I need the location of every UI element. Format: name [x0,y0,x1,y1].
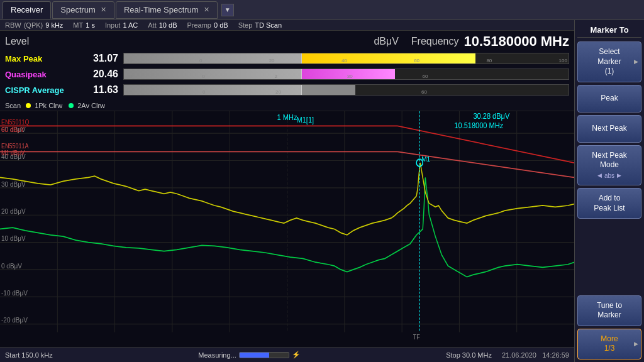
maxpeak-row: Max Peak 31.07 -20020406080100 [5,51,569,66]
left-panel: RBW (QPK) 9 kHz MT 1 s Input 1 AC Att 10… [0,20,575,362]
tune-to-marker-button[interactable]: Tune to Marker [577,295,641,326]
measuring-section: Measuring... ⚡ [198,351,301,359]
mt-value: 1 s [86,21,95,29]
rbw-mode: (QPK) [24,21,43,29]
maxpeak-bar: -20020406080100 [123,53,569,64]
spectrum-chart: 60 dBμV 40 dBμV 30 dBμV 20 dBμV 10 dBμV … [0,111,574,347]
legend-1pk-dot [26,103,31,108]
right-panel: Marker To Select Marker (1) Peak Next Pe… [575,20,644,362]
level-unit: dBμV [374,36,398,47]
tab-spectrum[interactable]: Spectrum ✕ [52,1,114,19]
svg-text:TF: TF [413,334,420,341]
more-button[interactable]: More 1/3 [577,329,641,359]
tab-spectrum-close[interactable]: ✕ [101,6,106,14]
legend-2av: 2Av Clrw [69,102,105,109]
chart-container: 60 dBμV 40 dBμV 30 dBμV 20 dBμV 10 dBμV … [0,111,574,347]
wlan-icon: ⚡ [292,351,301,359]
tab-realtime-close[interactable]: ✕ [204,6,209,14]
step-value: TD Scan [255,21,282,29]
cispr-row: CISPR Average 11.63 -2002060 [5,82,569,97]
measuring-label: Measuring... [198,351,236,359]
freq-label: Frequency [411,36,459,47]
select-marker-button[interactable]: Select Marker (1) [577,41,641,82]
svg-text:M1: M1 [421,155,430,163]
svg-text:-10 dBμV: -10 dBμV [1,288,28,297]
datetime: 21.06.2020 14:26:59 [502,351,569,359]
cispr-bar: -2002060 [123,84,569,96]
progress-fill [240,353,269,358]
input-label: Input [105,21,120,29]
progress-bar [239,352,289,358]
step-label: Step [238,21,253,29]
start-freq: Start 150.0 kHz [5,351,53,359]
quasipeak-name: Quasipeak [5,70,80,79]
next-peak-button[interactable]: Next Peak [577,115,641,143]
info-bar: RBW (QPK) 9 kHz MT 1 s Input 1 AC Att 10… [0,20,574,31]
quasipeak-row: Quasipeak 20.46 -20023060 [5,67,569,82]
tab-receiver[interactable]: Receiver [3,1,51,19]
status-bar: Start 150.0 kHz Measuring... ⚡ Stop 30.0… [0,347,574,362]
svg-text:EN55011A: EN55011A [1,142,29,150]
att-label: Att [148,21,156,29]
quasipeak-value: 20.46 [80,69,118,80]
svg-text:-20 dBμV: -20 dBμV [1,316,28,324]
scan-label: Scan [5,102,21,109]
svg-text:30.28 dBμV: 30.28 dBμV [473,111,509,121]
preamp-label: Preamp [187,21,211,29]
cispr-name: CISPR Average [5,85,80,95]
maxpeak-value: 31.07 [80,53,118,64]
cispr-value: 11.63 [80,84,118,96]
svg-text:1 MHz: 1 MHz [277,112,297,122]
level-title: Level [5,36,29,47]
freq-value: 10.5180000 MHz [464,33,569,50]
panel-title: Marker To [577,23,641,38]
main-content: RBW (QPK) 9 kHz MT 1 s Input 1 AC Att 10… [0,20,644,362]
legend-2av-dot [69,103,74,108]
mt-label: MT [73,21,83,29]
svg-text:6U dBμV: 6U dBμV [1,126,25,133]
time: 14:26:59 [542,351,569,359]
svg-text:M1 dBμV: M1 dBμV [1,150,25,157]
level-display: Level dBμV Frequency 10.5180000 MHz Max … [0,31,574,101]
rbw-label: RBW [5,21,21,29]
legend-1pk: 1Pk Clrw [26,102,62,109]
svg-text:M1[1]: M1[1] [297,115,314,124]
tab-realtime[interactable]: Real-Time Spectrum ✕ [116,1,218,19]
stop-freq: Stop 30.0 MHz [446,351,492,359]
add-to-peak-list-button[interactable]: Add to Peak List [577,188,641,219]
svg-text:10 dBμV: 10 dBμV [1,234,26,243]
tab-dropdown[interactable]: ▼ [221,4,234,16]
scan-header: Scan 1Pk Clrw 2Av Clrw [0,101,574,111]
rbw-value: 9 kHz [45,21,63,29]
peak-button[interactable]: Peak [577,85,641,112]
tab-bar: Receiver Spectrum ✕ Real-Time Spectrum ✕… [0,0,644,20]
preamp-value: 0 dB [214,21,228,29]
legend-1pk-label: 1Pk Clrw [35,102,62,109]
svg-text:20 dBμV: 20 dBμV [1,207,26,215]
svg-text:0 dBμV: 0 dBμV [1,261,23,270]
quasipeak-bar: -20023060 [123,69,569,80]
att-value: 10 dB [159,21,177,29]
svg-text:10.518000 MHz: 10.518000 MHz [454,121,503,130]
svg-text:EN55011Q: EN55011Q [1,118,30,126]
input-value: 1 AC [123,21,138,29]
legend-2av-label: 2Av Clrw [77,102,105,109]
maxpeak-name: Max Peak [5,54,80,63]
next-peak-mode-button[interactable]: Next Peak Mode ◀ abs ▶ [577,145,641,185]
date: 21.06.2020 [502,351,536,359]
next-peak-mode-value: abs [604,172,614,180]
